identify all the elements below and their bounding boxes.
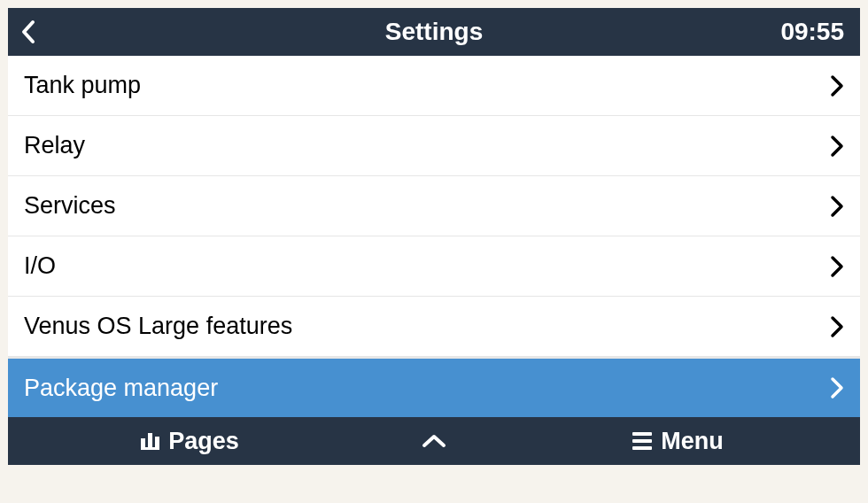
chevron-up-icon (421, 433, 447, 449)
chevron-right-icon (830, 195, 844, 218)
list-item-label: Tank pump (24, 72, 141, 99)
header-bar: Settings 09:55 (8, 8, 860, 56)
list-item-label: Relay (24, 132, 85, 159)
pages-label: Pages (168, 428, 239, 455)
list-item-label: Services (24, 192, 116, 220)
list-item-tank-pump[interactable]: Tank pump (8, 56, 860, 116)
chevron-right-icon (830, 135, 844, 158)
list-item-io[interactable]: I/O (8, 236, 860, 297)
header-time: 09:55 (780, 18, 844, 46)
hamburger-icon (632, 432, 652, 450)
footer-bar: Pages Menu (8, 417, 860, 465)
scroll-up-button[interactable] (372, 433, 496, 449)
chevron-right-icon (830, 255, 844, 278)
app-frame: Settings 09:55 Tank pump Relay Services … (8, 8, 860, 465)
menu-button[interactable]: Menu (496, 417, 860, 465)
pages-button[interactable]: Pages (8, 417, 372, 465)
list-item-package-manager[interactable]: Package manager (8, 357, 860, 417)
bar-chart-icon (141, 433, 159, 450)
list-item-label: Package manager (24, 375, 218, 402)
chevron-right-icon (830, 376, 844, 399)
chevron-right-icon (830, 315, 844, 338)
chevron-right-icon (830, 74, 844, 97)
list-item-venus-os-large[interactable]: Venus OS Large features (8, 297, 860, 357)
back-button[interactable] (20, 19, 36, 44)
chevron-left-icon (20, 19, 36, 44)
page-title: Settings (8, 18, 860, 46)
menu-label: Menu (661, 428, 724, 455)
settings-list: Tank pump Relay Services I/O Venus OS La (8, 56, 860, 417)
list-item-relay[interactable]: Relay (8, 116, 860, 176)
list-item-label: Venus OS Large features (24, 313, 292, 340)
list-item-label: I/O (24, 252, 56, 280)
list-item-services[interactable]: Services (8, 176, 860, 236)
